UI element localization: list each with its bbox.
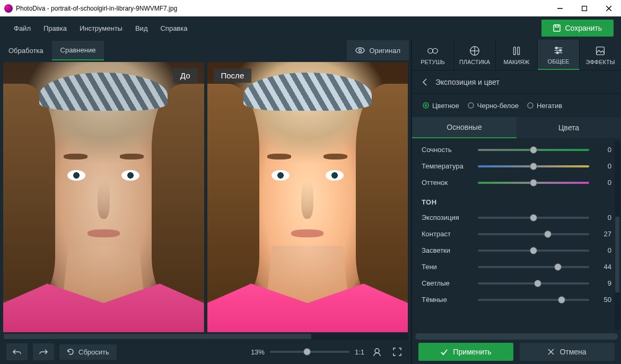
action-row: Применить Отмена	[412, 340, 621, 364]
sliders-area: Сочность0 Температура0 Оттенок0 ТОН Эксп…	[412, 138, 621, 333]
svg-point-19	[556, 47, 558, 49]
zoom-slider[interactable]	[270, 351, 349, 353]
slider-exposure[interactable]: Экспозиция0	[422, 209, 611, 226]
slider-darks[interactable]: Тёмные50	[422, 291, 611, 308]
panel-hscrollbar[interactable]	[415, 333, 618, 340]
makeup-icon	[511, 45, 522, 57]
zoom-ratio[interactable]: 1:1	[355, 348, 364, 356]
back-button[interactable]	[422, 78, 428, 86]
vertical-scrollbar[interactable]	[615, 141, 620, 330]
sub-tabs: Основные Цвета	[412, 117, 621, 138]
effects-icon	[594, 45, 606, 57]
slider-shadows[interactable]: Тени44	[422, 259, 611, 275]
radio-bw[interactable]: Черно-белое	[468, 102, 519, 110]
redo-icon	[39, 348, 48, 356]
properties-panel: РЕТУШЬ ПЛАСТИКА МАКИЯЖ ОБЩЕЕ ЭФФЕКТЫ Экс…	[411, 40, 621, 364]
tab-compare[interactable]: Сравнение	[52, 41, 104, 60]
sliders-icon	[553, 45, 564, 56]
eye-icon	[355, 46, 365, 55]
tab-retouch[interactable]: РЕТУШЬ	[412, 40, 454, 70]
slider-lights[interactable]: Светлые9	[422, 275, 611, 291]
svg-point-9	[428, 48, 433, 53]
zoom-percent: 13%	[251, 348, 265, 356]
check-icon	[440, 348, 448, 356]
menubar: Файл Правка Инструменты Вид Справка Сохр…	[0, 16, 621, 40]
plastic-icon	[469, 45, 480, 57]
section-title: Экспозиция и цвет	[435, 78, 500, 86]
tab-makeup[interactable]: МАКИЯЖ	[496, 40, 538, 70]
cancel-button[interactable]: Отмена	[520, 343, 615, 361]
svg-point-7	[359, 49, 362, 52]
reset-icon	[67, 348, 74, 356]
subtab-basic[interactable]: Основные	[412, 117, 517, 138]
tab-effects[interactable]: ЭФФЕКТЫ	[580, 40, 621, 70]
original-button[interactable]: Оригинал	[347, 40, 409, 60]
tool-tabs: РЕТУШЬ ПЛАСТИКА МАКИЯЖ ОБЩЕЕ ЭФФЕКТЫ	[412, 40, 621, 70]
face-detect-button[interactable]	[370, 343, 384, 360]
close-button[interactable]	[597, 0, 621, 16]
menu-tools[interactable]: Инструменты	[73, 20, 129, 37]
svg-point-8	[375, 349, 379, 353]
tab-processing[interactable]: Обработка	[0, 41, 52, 60]
apply-button[interactable]: Применить	[418, 343, 513, 361]
reset-button[interactable]: Сбросить	[59, 344, 117, 360]
undo-icon	[12, 348, 22, 356]
menu-edit[interactable]: Правка	[37, 20, 73, 37]
minimize-button[interactable]	[548, 0, 572, 16]
expand-icon	[393, 348, 401, 356]
window-title: PhotoDiva - portrait-of-schoolgirl-in-li…	[16, 5, 548, 12]
redo-button[interactable]	[33, 343, 54, 360]
save-label: Сохранить	[565, 24, 602, 32]
svg-rect-1	[582, 6, 587, 11]
slider-saturation[interactable]: Сочность0	[422, 141, 611, 158]
label-after: После	[214, 68, 252, 83]
label-before: До	[173, 68, 198, 83]
save-button[interactable]: Сохранить	[541, 20, 614, 37]
svg-rect-22	[597, 47, 605, 55]
menu-file[interactable]: Файл	[7, 20, 37, 37]
slider-highlights[interactable]: Засветки0	[422, 242, 611, 259]
retouch-icon	[427, 45, 439, 57]
original-label: Оригинал	[369, 47, 400, 55]
svg-point-21	[556, 51, 558, 54]
view-toolbar: Обработка Сравнение Оригинал	[0, 40, 411, 61]
slider-temperature[interactable]: Температура0	[422, 158, 611, 174]
subtab-colors[interactable]: Цвета	[517, 117, 621, 138]
app-icon	[4, 4, 13, 13]
horizontal-scrollbar[interactable]	[3, 333, 408, 340]
group-tone: ТОН	[422, 191, 611, 209]
cancel-label: Отмена	[559, 348, 586, 356]
svg-rect-5	[555, 25, 558, 27]
slider-contrast[interactable]: Контраст27	[422, 226, 611, 242]
bottom-toolbar: Сбросить 13% 1:1	[0, 340, 411, 364]
svg-rect-4	[554, 25, 560, 31]
titlebar: PhotoDiva - portrait-of-schoolgirl-in-li…	[0, 0, 621, 16]
svg-rect-15	[518, 47, 520, 55]
svg-point-20	[559, 49, 562, 51]
maximize-button[interactable]	[572, 0, 597, 16]
fullscreen-button[interactable]	[390, 343, 405, 360]
tab-general[interactable]: ОБЩЕЕ	[538, 40, 580, 70]
menu-view[interactable]: Вид	[129, 20, 154, 37]
close-icon	[548, 349, 554, 355]
workspace: Обработка Сравнение Оригинал До После	[0, 40, 411, 364]
svg-point-6	[356, 48, 364, 53]
compare-view: До После	[0, 61, 411, 332]
undo-button[interactable]	[6, 343, 28, 360]
menu-help[interactable]: Справка	[154, 20, 194, 37]
save-icon	[553, 24, 561, 32]
apply-label: Применить	[453, 348, 491, 356]
slider-tint[interactable]: Оттенок0	[422, 174, 611, 191]
svg-point-10	[433, 48, 438, 53]
section-header: Экспозиция и цвет	[412, 70, 621, 94]
svg-rect-14	[514, 47, 516, 55]
pane-after[interactable]: После	[207, 62, 408, 332]
reset-label: Сбросить	[78, 348, 109, 356]
color-mode-radios: Цветное Черно-белое Негатив	[412, 94, 621, 117]
radio-negative[interactable]: Негатив	[527, 102, 562, 110]
face-icon	[372, 347, 382, 357]
radio-color[interactable]: Цветное	[423, 102, 459, 110]
pane-before[interactable]: До	[3, 62, 204, 332]
tab-plastic[interactable]: ПЛАСТИКА	[454, 40, 496, 70]
